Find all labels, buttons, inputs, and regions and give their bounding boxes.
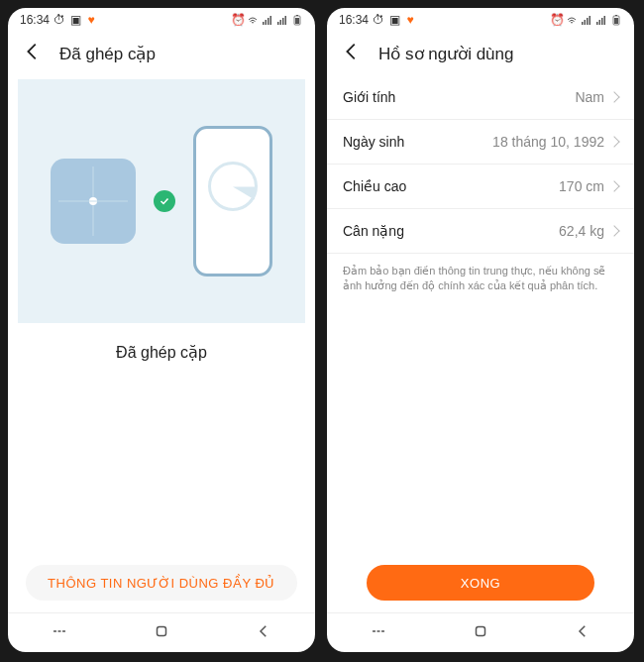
svg-rect-25 <box>615 15 617 16</box>
status-time: 16:34 <box>20 13 50 27</box>
signal-icon <box>262 14 273 26</box>
signal-icon <box>581 14 592 26</box>
nav-back-button[interactable] <box>255 622 272 644</box>
button-label: THÔNG TIN NGƯỜI DÙNG ĐẦY ĐỦ <box>48 576 275 591</box>
status-time: 16:34 <box>339 13 369 27</box>
row-label: Chiều cao <box>343 178 406 194</box>
svg-rect-3 <box>270 16 272 25</box>
row-label: Ngày sinh <box>343 134 404 150</box>
svg-rect-24 <box>614 18 618 24</box>
heart-icon: ♥ <box>404 14 416 26</box>
svg-rect-5 <box>280 20 282 25</box>
signal-icon <box>595 14 607 26</box>
wifi-icon <box>247 14 259 26</box>
screen-paired: 16:34 ⏱ ▣ ♥ ⏰ Đã ghép cặp Đã ghép cặp TH… <box>8 8 315 652</box>
row-birthday[interactable]: Ngày sinh 18 tháng 10, 1992 <box>327 120 634 165</box>
header: Đã ghép cặp <box>8 32 315 75</box>
status-bar: 16:34 ⏱ ▣ ♥ ⏰ <box>8 8 315 32</box>
nav-back-button[interactable] <box>574 622 591 644</box>
chevron-right-icon <box>608 180 619 191</box>
row-value: 18 tháng 10, 1992 <box>492 134 604 150</box>
chevron-right-icon <box>608 91 619 102</box>
back-button[interactable] <box>22 41 44 66</box>
svg-rect-0 <box>263 22 265 25</box>
svg-rect-20 <box>599 20 601 25</box>
svg-rect-29 <box>476 626 484 635</box>
row-value: Nam <box>575 89 604 105</box>
row-value: 62,4 kg <box>559 223 604 239</box>
battery-icon <box>610 14 622 26</box>
svg-rect-18 <box>590 16 591 25</box>
camera-icon: ▣ <box>69 14 81 26</box>
svg-rect-16 <box>585 20 587 25</box>
recents-button[interactable] <box>51 622 68 644</box>
battery-icon <box>291 14 303 26</box>
row-weight[interactable]: Cân nặng 62,4 kg <box>327 209 634 254</box>
android-navbar <box>327 612 634 652</box>
paired-status-text: Đã ghép cặp <box>8 343 315 362</box>
pairing-illustration <box>18 79 305 323</box>
page-title: Hồ sơ người dùng <box>378 44 513 64</box>
clock-icon: ⏱ <box>373 14 384 26</box>
alarm-icon: ⏰ <box>232 14 244 26</box>
svg-rect-7 <box>285 16 287 25</box>
camera-icon: ▣ <box>388 14 400 26</box>
row-label: Cân nặng <box>343 223 404 239</box>
wifi-icon <box>566 14 578 26</box>
row-value: 170 cm <box>559 178 604 194</box>
header: Hồ sơ người dùng <box>327 32 634 75</box>
done-button[interactable]: XONG <box>367 565 594 601</box>
button-label: XONG <box>461 576 500 591</box>
heart-icon: ♥ <box>85 14 97 26</box>
phone-device-icon <box>193 126 272 276</box>
row-label: Giới tính <box>343 89 395 105</box>
svg-rect-22 <box>604 16 606 25</box>
svg-rect-1 <box>266 20 268 25</box>
home-button[interactable] <box>153 622 170 644</box>
alarm-icon: ⏰ <box>551 14 563 26</box>
chevron-right-icon <box>608 225 619 236</box>
complete-profile-button[interactable]: THÔNG TIN NGƯỜI DÙNG ĐẦY ĐỦ <box>26 565 297 601</box>
svg-rect-10 <box>296 15 298 16</box>
svg-rect-21 <box>601 18 603 25</box>
accuracy-hint: Đảm bảo bạn điền thông tin trung thực, n… <box>327 254 634 304</box>
status-bar: 16:34 ⏱ ▣ ♥ ⏰ <box>327 8 634 32</box>
chevron-right-icon <box>608 136 619 147</box>
screen-profile: 16:34 ⏱ ▣ ♥ ⏰ Hồ sơ người dùng Giới tính… <box>327 8 634 652</box>
page-title: Đã ghép cặp <box>59 44 156 64</box>
svg-rect-2 <box>268 18 269 25</box>
svg-rect-6 <box>282 18 284 25</box>
back-button[interactable] <box>341 41 363 66</box>
scale-device-icon <box>51 159 136 244</box>
row-height[interactable]: Chiều cao 170 cm <box>327 165 634 209</box>
android-navbar <box>8 612 315 652</box>
svg-rect-15 <box>582 22 584 25</box>
row-gender[interactable]: Giới tính Nam <box>327 75 634 120</box>
clock-icon: ⏱ <box>54 14 65 26</box>
home-button[interactable] <box>472 622 489 644</box>
check-icon <box>154 190 175 212</box>
recents-button[interactable] <box>370 622 387 644</box>
svg-rect-9 <box>295 18 299 24</box>
svg-rect-14 <box>157 626 165 635</box>
svg-rect-19 <box>596 22 598 25</box>
svg-rect-4 <box>277 22 279 25</box>
signal-icon <box>276 14 288 26</box>
svg-rect-17 <box>587 18 589 25</box>
